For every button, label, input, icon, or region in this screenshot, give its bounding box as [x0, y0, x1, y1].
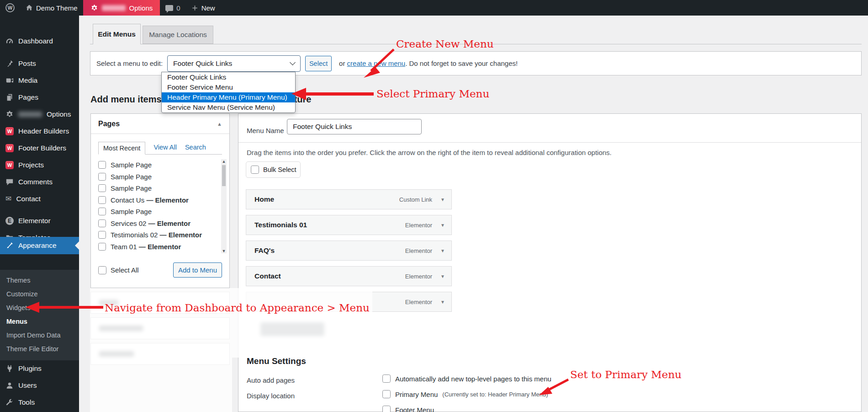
checkbox[interactable] — [251, 166, 259, 174]
wordpress-logo-icon: W — [5, 3, 15, 12]
sidebar-item-appearance[interactable]: Appearance — [0, 237, 79, 254]
checkbox[interactable] — [98, 243, 106, 251]
select-all-control[interactable]: Select All — [98, 266, 139, 274]
list-scrollbar[interactable]: ▲ ▼ — [221, 159, 227, 253]
add-menu-items-heading: Add menu items — [90, 94, 162, 105]
admin-bar-new[interactable]: New — [186, 0, 221, 16]
page-checkbox-item[interactable]: Sample Page — [98, 159, 218, 171]
checkbox[interactable] — [98, 219, 106, 227]
comments-count: 0 — [176, 4, 180, 12]
display-location-primary[interactable]: Primary Menu (Currently set to: Header P… — [382, 390, 548, 398]
site-link[interactable]: Demo Theme — [20, 0, 83, 16]
tab-manage-locations[interactable]: Manage Locations — [143, 26, 213, 44]
pages-accordion-header[interactable]: Pages ▲ — [91, 114, 229, 134]
page-checkbox-item[interactable]: Contact Us — Elementor — [98, 194, 218, 206]
w-badge-icon: W — [5, 144, 14, 152]
current-location-note: (Currently set to: Header Primary Menu) — [442, 391, 548, 398]
sidebar-item-tools[interactable]: Tools — [0, 394, 79, 411]
expand-caret-icon[interactable]: ▼ — [440, 248, 445, 253]
expand-caret-icon[interactable]: ▼ — [440, 300, 445, 305]
plugin-admin-bar-button[interactable]: Options — [83, 0, 160, 16]
checkbox[interactable] — [382, 390, 391, 398]
checkbox[interactable] — [98, 196, 106, 204]
checkbox[interactable] — [98, 266, 106, 274]
page-checkbox-item[interactable]: Services 02 — Elementor — [98, 218, 218, 230]
pages-checklist: Sample Page Sample Page Sample Page Cont… — [98, 159, 227, 256]
sidebar-item-elementor[interactable]: EElementor — [0, 212, 79, 229]
add-to-menu-button[interactable]: Add to Menu — [173, 262, 222, 278]
expand-caret-icon[interactable]: ▼ — [440, 274, 445, 279]
wp-logo-menu[interactable]: W — [0, 0, 20, 16]
page-checkbox-item[interactable]: Testimonials 02 — Elementor — [98, 229, 218, 241]
sidebar-item-footer-builders[interactable]: WFooter Builders — [0, 139, 79, 156]
auto-add-pages-control[interactable]: Automatically add new top-level pages to… — [382, 375, 551, 383]
sidebar-item-plugins[interactable]: Plugins — [0, 360, 79, 377]
menu-select-dropdown[interactable]: Footer Quick Links — [167, 55, 301, 72]
checkbox[interactable] — [98, 231, 106, 239]
select-all-label: Select All — [111, 266, 139, 274]
sidebar-item-posts[interactable]: Posts — [0, 55, 79, 72]
sidebar-item-customize[interactable]: Customize — [0, 287, 79, 301]
pages-accordion: Pages ▲ Most Recent View All Search Samp… — [90, 113, 230, 288]
admin-bar: W Demo Theme Options 0 New — [0, 0, 868, 16]
tab-view-all[interactable]: View All — [153, 144, 177, 154]
sidebar-item-comments[interactable]: Comments — [0, 173, 79, 190]
sidebar-item-label: Pages — [18, 93, 38, 102]
dropdown-option-selected[interactable]: Header Primary Menu (Primary Menu) — [162, 92, 295, 102]
select-button[interactable]: Select — [305, 56, 332, 71]
sidebar-item-label: Plugins — [18, 364, 42, 373]
sidebar-item-media[interactable]: Media — [0, 72, 79, 89]
sidebar-item-header-builders[interactable]: WHeader Builders — [0, 123, 79, 139]
scroll-thumb[interactable] — [222, 165, 226, 186]
sidebar-item-theme-file-editor[interactable]: Theme File Editor — [0, 342, 79, 356]
menu-item-row[interactable]: Home Custom Link▼ — [246, 189, 452, 209]
sidebar-item-users[interactable]: Users — [0, 377, 79, 394]
redacted-plugin-name — [18, 112, 42, 117]
admin-bar-comments[interactable]: 0 — [160, 0, 185, 16]
sidebar-item-contact[interactable]: ✉Contact — [0, 190, 79, 207]
checkbox[interactable] — [382, 406, 391, 412]
sidebar-item-import-demo-data[interactable]: Import Demo Data — [0, 328, 79, 342]
menu-item-row[interactable]: Contact Elementor▼ — [246, 266, 452, 286]
sidebar-item-projects[interactable]: WProjects — [0, 156, 79, 173]
page-checkbox-item[interactable]: Team 01 — Elementor — [98, 241, 218, 253]
menu-item-row[interactable]: Testimonials 01 Elementor▼ — [246, 215, 452, 235]
dropdown-option[interactable]: Footer Quick Links — [162, 72, 295, 82]
sidebar-item-options[interactable]: Options — [0, 106, 79, 123]
scroll-up-icon[interactable]: ▲ — [221, 159, 227, 164]
checkbox[interactable] — [98, 208, 106, 215]
display-location-footer[interactable]: Footer Menu — [382, 406, 434, 412]
checkbox[interactable] — [382, 375, 391, 383]
sidebar-item-label: Tools — [18, 398, 35, 407]
redacted-plugin-name — [102, 5, 126, 11]
annotation-set-to-primary-menu: Set to Primary Menu — [570, 369, 682, 380]
bulk-select-control[interactable]: Bulk Select — [246, 161, 301, 178]
sidebar-item-dashboard[interactable]: Dashboard — [0, 32, 79, 49]
page-checkbox-item[interactable]: Sample Page — [98, 206, 218, 218]
tab-most-recent[interactable]: Most Recent — [98, 142, 145, 155]
checkbox[interactable] — [98, 173, 106, 181]
collapse-arrow-icon[interactable]: ▲ — [217, 121, 222, 127]
white-overlay — [232, 288, 372, 358]
page-checkbox-item[interactable]: Sample Page — [98, 171, 218, 183]
expand-caret-icon[interactable]: ▼ — [440, 223, 445, 228]
tab-search[interactable]: Search — [185, 144, 206, 154]
plugin-label: Options — [129, 4, 153, 12]
sidebar-item-label: Options — [47, 110, 71, 118]
annotation-arrow — [291, 87, 374, 102]
dropdown-option[interactable]: Service Nav Menu (Service Menu) — [162, 102, 295, 112]
page-checkbox-item[interactable]: Sample Page — [98, 182, 218, 194]
dropdown-option[interactable]: Footer Service Menu — [162, 82, 295, 92]
expand-caret-icon[interactable]: ▼ — [440, 197, 445, 202]
new-label: New — [201, 4, 215, 12]
menu-name-input[interactable]: Footer Quick Links — [287, 119, 422, 134]
sidebar-item-themes[interactable]: Themes — [0, 273, 79, 287]
menu-item-row[interactable]: FAQ's Elementor▼ — [246, 241, 452, 261]
checkbox[interactable] — [98, 184, 106, 192]
sidebar-item-label: Elementor — [18, 217, 51, 225]
tab-edit-menus[interactable]: Edit Menus — [93, 24, 141, 44]
sidebar-item-menus[interactable]: Menus — [0, 315, 79, 328]
checkbox[interactable] — [98, 161, 106, 169]
scroll-down-icon[interactable]: ▼ — [221, 249, 227, 253]
sidebar-item-pages[interactable]: Pages — [0, 89, 79, 106]
